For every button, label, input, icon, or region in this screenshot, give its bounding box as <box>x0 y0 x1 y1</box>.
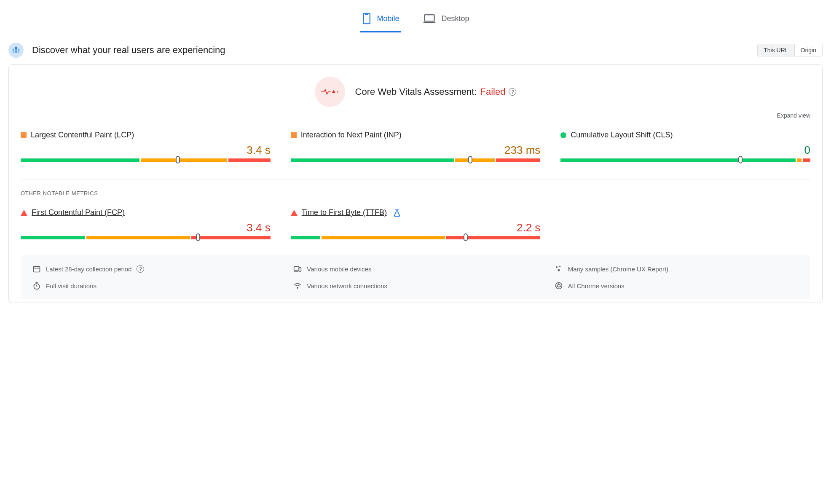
status-circle-icon <box>560 132 566 138</box>
svg-rect-2 <box>425 15 434 21</box>
metric-cls-bar <box>560 158 810 164</box>
metric-cls-value: 0 <box>560 144 810 157</box>
metric-inp-value: 233 ms <box>291 144 541 157</box>
status-square-icon <box>21 132 27 138</box>
info-network: Various network connections <box>293 281 537 290</box>
info-collection-period: Latest 28-day collection period ? <box>32 265 276 273</box>
period-help-icon[interactable]: ? <box>137 265 144 273</box>
scope-toggle: This URL Origin <box>757 44 823 56</box>
metric-ttfb: Time to First Byte (TTFB) 2.2 s <box>291 208 541 242</box>
tab-mobile-label: Mobile <box>377 14 399 23</box>
crux-report-link[interactable]: Chrome UX Report <box>613 265 667 273</box>
assessment-label: Core Web Vitals Assessment: <box>355 86 477 97</box>
mobile-icon <box>362 13 372 24</box>
distribution-marker <box>738 156 743 164</box>
core-metrics-grid: Largest Contentful Paint (LCP) 3.4 s Int… <box>21 131 810 164</box>
assessment-banner: Core Web Vitals Assessment: Failed ? <box>21 77 810 107</box>
status-square-icon <box>291 132 297 138</box>
distribution-marker <box>464 233 468 241</box>
scope-this-url-button[interactable]: This URL <box>758 44 794 56</box>
status-triangle-icon <box>291 210 298 216</box>
metric-inp: Interaction to Next Paint (INP) 233 ms <box>291 131 541 164</box>
assessment-help-icon[interactable]: ? <box>509 88 516 96</box>
svg-point-26 <box>297 287 298 289</box>
assessment-status-icon <box>315 77 345 107</box>
svg-rect-5 <box>16 49 17 53</box>
info-versions: All Chrome versions <box>555 281 799 290</box>
svg-line-31 <box>560 287 561 287</box>
info-samples: Many samples (Chrome UX Report) <box>555 265 799 273</box>
distribution-marker <box>468 156 472 164</box>
metric-ttfb-value: 2.2 s <box>291 221 541 234</box>
section-divider <box>21 180 810 180</box>
device-tabs: Mobile Desktop <box>8 0 823 32</box>
stopwatch-icon <box>32 281 41 290</box>
tab-desktop[interactable]: Desktop <box>421 8 471 32</box>
scope-origin-button[interactable]: Origin <box>794 44 822 56</box>
users-icon <box>8 43 24 58</box>
metric-lcp-name[interactable]: Largest Contentful Paint (LCP) <box>31 131 134 139</box>
metric-inp-name[interactable]: Interaction to Next Paint (INP) <box>301 131 402 139</box>
distribution-marker <box>196 233 200 241</box>
metric-cls-name[interactable]: Cumulative Layout Shift (CLS) <box>571 131 673 139</box>
metric-lcp: Largest Contentful Paint (LCP) 3.4 s <box>21 131 271 164</box>
desktop-icon <box>423 13 436 24</box>
metric-fcp-bar <box>21 236 271 242</box>
tab-mobile[interactable]: Mobile <box>360 8 401 32</box>
tab-desktop-label: Desktop <box>441 14 469 23</box>
metric-ttfb-name[interactable]: Time to First Byte (TTFB) <box>302 208 387 217</box>
metric-cls: Cumulative Layout Shift (CLS) 0 <box>560 131 810 164</box>
experimental-flask-icon[interactable] <box>394 209 400 217</box>
calendar-icon <box>32 265 41 273</box>
svg-point-22 <box>558 269 560 271</box>
svg-point-8 <box>18 48 19 50</box>
svg-point-11 <box>337 91 338 93</box>
vitals-card: Core Web Vitals Assessment: Failed ? Exp… <box>8 64 823 303</box>
chrome-icon <box>555 281 563 290</box>
scatter-icon <box>555 265 563 273</box>
svg-point-6 <box>13 48 14 50</box>
svg-point-21 <box>559 266 560 267</box>
metric-ttfb-bar <box>291 236 541 242</box>
distribution-marker <box>176 156 180 164</box>
assessment-status: Failed <box>480 86 506 97</box>
metric-fcp-name[interactable]: First Contentful Paint (FCP) <box>32 208 125 217</box>
metric-fcp-value: 3.4 s <box>21 221 271 234</box>
info-durations: Full visit durations <box>32 281 276 290</box>
header-row: Discover what your real users are experi… <box>8 43 823 58</box>
svg-line-30 <box>556 287 558 287</box>
devices-icon <box>293 265 302 273</box>
metric-inp-bar <box>291 158 541 164</box>
svg-rect-9 <box>18 50 19 53</box>
svg-rect-17 <box>294 266 299 270</box>
info-devices: Various mobile devices <box>293 265 537 273</box>
info-footer: Latest 28-day collection period ? Variou… <box>21 255 810 299</box>
expand-view-link[interactable]: Expand view <box>21 112 810 119</box>
metric-lcp-value: 3.4 s <box>21 144 271 157</box>
status-triangle-icon <box>21 210 27 216</box>
svg-rect-19 <box>299 268 301 271</box>
svg-point-4 <box>15 47 17 49</box>
svg-point-20 <box>556 266 558 268</box>
svg-rect-13 <box>34 266 40 272</box>
svg-rect-7 <box>13 50 14 53</box>
page-title: Discover what your real users are experi… <box>32 45 225 56</box>
metric-fcp: First Contentful Paint (FCP) 3.4 s <box>21 208 271 242</box>
metric-lcp-bar <box>21 158 271 164</box>
other-metrics-grid: First Contentful Paint (FCP) 3.4 s Time … <box>21 208 810 242</box>
wifi-icon <box>293 281 302 290</box>
other-metrics-label: OTHER NOTABLE METRICS <box>21 190 810 196</box>
svg-marker-10 <box>332 90 335 93</box>
